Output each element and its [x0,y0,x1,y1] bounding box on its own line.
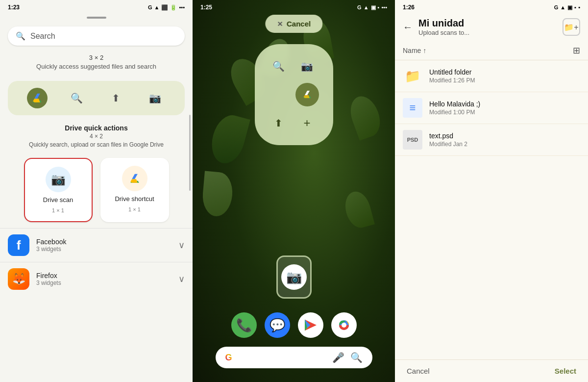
facebook-app-section[interactable]: f Facebook 3 widgets ∨ [0,228,193,262]
file-item-untitled-folder[interactable]: 📁 Untitled folder Modified 1:26 PM [395,60,588,92]
drive-title: Mi unidad [418,18,557,29]
signal-icon-3: ▲ [560,4,565,10]
dock-chrome-icon[interactable] [331,312,357,338]
drive-scan-name: Drive scan [43,196,73,204]
search-icon: 🔍 [16,31,25,41]
file-name-hello-malavida: Hello Malavida ;) [429,100,580,108]
lens-icon[interactable]: 🔍 [350,352,363,363]
back-arrow-icon[interactable]: ← [403,22,413,33]
file-info-text-psd: text.psd Modified Jan 2 [429,132,580,148]
drive-header: ← Mi unidad Upload scans to... 📁+ [395,13,588,41]
google-logo: G [225,353,232,363]
battery-icon-2: ▪ [378,4,380,10]
firefox-app-info: Firefox 3 widgets [36,272,172,286]
status-bar-3: 1:26 G ▲ ▣ ▪ • [395,0,588,13]
mic-icon[interactable]: 🎤 [332,352,344,363]
drive-shortcut-icon-bg [122,166,147,191]
status-bar-2: 1:25 G ▲ ▣ ▪ ••• [193,0,395,13]
search-bar[interactable]: 🔍 Search [8,26,185,46]
drive-footer: Cancel Select [395,359,588,382]
quick-menu-plus-btn[interactable]: + [296,112,318,134]
dock-messages-icon[interactable]: 💬 [265,312,290,338]
google-icon-3: G [554,4,559,10]
google-search-bar[interactable]: G 🎤 🔍 [216,347,372,368]
cancel-button[interactable]: ✕ Cancel [265,15,322,33]
quick-menu-drive-btn[interactable] [295,83,319,106]
select-upload-button[interactable]: Select [555,367,576,375]
wifi-icon-2: ▣ [371,4,376,11]
sort-direction-icon: ↑ [423,47,426,54]
facebook-widgets-count: 3 widgets [36,246,172,253]
drive-logo-icon [30,91,44,105]
drag-handle[interactable] [87,17,106,19]
search-action-icon: 🔍 [66,88,87,108]
more-dots-3: • [578,4,580,10]
firefox-app-section[interactable]: 🦊 Firefox 3 widgets ∨ [0,262,193,296]
quick-menu-search-btn[interactable]: 🔍 [268,55,290,77]
status-icons-2: G ▲ ▣ ▪ ••• [357,4,387,11]
search-label: Search [30,32,55,41]
signal-icon-1: ▲ [154,4,160,10]
quick-actions-radial-menu[interactable]: 🔍 📷 ⬆ + [255,44,333,145]
drive-icon-svg [301,89,313,101]
sort-name-label[interactable]: Name ↑ [403,47,426,54]
drive-scan-card[interactable]: 📷 Drive scan 1 × 1 [24,158,93,222]
drive-quick-desc: Quickly search, upload or scan files in … [8,141,185,149]
drive-scan-size: 1 × 1 [52,207,64,213]
status-time-1: 1:23 [8,4,20,11]
google-icon-1: G [148,4,152,10]
drive-subtitle: Upload scans to... [418,29,557,36]
file-name-text-psd: text.psd [429,132,580,140]
widget-cards-row: 📷 Drive scan 1 × 1 Drive shortcut 1 × 1 [0,152,193,228]
battery-icon-1: 🔋 [170,4,177,11]
quick-menu-upload-btn[interactable]: ⬆ [268,112,290,134]
grid-view-icon[interactable]: ⊞ [573,45,580,56]
cancel-x-icon: ✕ [277,20,283,28]
panel-home-screen: 1:25 G ▲ ▣ ▪ ••• ✕ Cancel 🔍 📷 [193,0,395,382]
dock-phone-icon[interactable]: 📞 [231,312,257,338]
status-time-3: 1:26 [403,4,415,11]
folder-icon-untitled: 📁 [403,66,422,86]
google-icon-2: G [357,4,362,10]
file-name-untitled: Untitled folder [429,68,580,76]
drive-action-btn [27,88,48,108]
quick-menu-camera-btn[interactable]: 📷 [296,55,318,77]
widget-3x2-desc-text: Quickly access suggested files and searc… [8,62,185,71]
drive-scan-camera-icon: 📷 [51,173,66,186]
firefox-app-icon: 🦊 [8,268,29,290]
status-icons-3: G ▲ ▣ ▪ • [554,4,580,11]
quick-actions-widget-preview: 🔍 ⬆ 📷 [8,81,185,115]
file-item-hello-malavida[interactable]: ≡ Hello Malavida ;) Modified 1:00 PM [395,92,588,124]
cancel-upload-button[interactable]: Cancel [407,367,430,375]
facebook-app-name: Facebook [36,238,172,246]
quick-menu-spacer-left [268,84,290,105]
drive-quick-size: 4 × 2 [8,133,185,140]
facebook-app-icon: f [8,234,29,256]
app-dock: 📞 💬 [231,312,357,338]
camera-action-icon: 📷 [145,88,166,108]
camera-widget-btn[interactable]: 📷 [281,264,307,290]
file-list: 📁 Untitled folder Modified 1:26 PM ≡ Hel… [395,60,588,359]
upload-action-icon: ⬆ [106,88,126,108]
drive-shortcut-card[interactable]: Drive shortcut 1 × 1 [100,158,169,222]
drive-scan-icon-bg: 📷 [46,167,71,192]
battery-icon-3: ▪ [574,4,576,10]
facebook-chevron-icon: ∨ [178,240,185,251]
camera-widget[interactable]: 📷 [276,255,312,299]
more-dots-2: ••• [381,4,387,10]
drive-shortcut-size: 1 × 1 [128,206,141,212]
play-store-svg [303,317,318,333]
psd-icon-text: PSD [403,130,422,150]
wifi-icon-1: ⬛ [161,4,168,11]
facebook-app-info: Facebook 3 widgets [36,238,172,253]
status-time-2: 1:25 [200,4,212,11]
dock-play-icon[interactable] [298,312,323,338]
new-folder-icon: 📁+ [564,23,578,32]
more-dots-1: ••• [179,4,185,10]
widget-3x2-description: 3 × 2 Quickly access suggested files and… [0,50,193,75]
file-item-text-psd[interactable]: PSD text.psd Modified Jan 2 [395,124,588,156]
new-folder-button[interactable]: 📁+ [563,18,580,36]
drive-quick-title: Drive quick actions [8,124,185,132]
file-modified-text-psd: Modified Jan 2 [429,141,580,148]
firefox-widgets-count: 3 widgets [36,280,172,286]
